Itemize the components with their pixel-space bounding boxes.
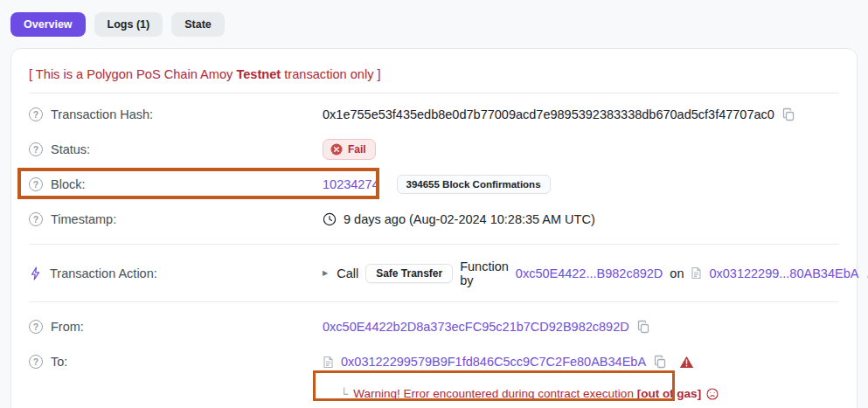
status-badge: Fail [323,139,376,160]
status-label: Status: [51,142,90,156]
from-label-group: ? From: [29,320,323,334]
tab-overview[interactable]: Overview [10,12,86,37]
expand-triangle-icon[interactable]: ▶ [323,269,328,277]
block-label: Block: [51,177,86,191]
copy-icon [653,355,667,369]
on-text: on [670,266,684,280]
row-status: ? Status: Fail [29,132,839,167]
copy-icon [636,320,650,334]
transaction-action-label-group: Transaction Action: [29,266,323,280]
banner-text-prefix: [ This is a Polygon PoS Chain Amoy [29,67,236,81]
execution-warning: └ Warning! Error encountered during cont… [340,379,839,408]
warning-text-bold: [out of gas] [637,387,702,400]
help-icon[interactable]: ? [29,212,43,226]
banner-text-bold: Testnet [236,67,281,81]
help-icon[interactable]: ? [29,142,43,156]
copy-hash-button[interactable] [781,107,795,121]
transaction-overview-card: [ This is a Polygon PoS Chain Amoy Testn… [10,48,858,408]
contract-file-icon [691,266,702,280]
to-address-link[interactable]: 0x03122299579B9F1fd846C5cc9C7C2Fe80AB34E… [341,355,646,369]
banner-text-suffix: transaction only ] [281,67,380,81]
action-call-text: Call [337,266,358,280]
help-icon[interactable]: ? [29,320,43,334]
warning-text-prefix: Warning! Error encountered during contra… [353,387,636,400]
lightning-icon [29,266,42,280]
to-label: To: [51,355,67,369]
transaction-hash-label: Transaction Hash: [51,107,153,121]
transaction-action-label: Transaction Action: [50,266,157,280]
transaction-hash-value: 0x1e755e53f435edb8e0d7b77009acd7e9895392… [323,107,774,121]
copy-from-address-button[interactable] [636,320,650,334]
block-label-group: ? Block: [29,177,323,191]
frown-face-icon [706,388,719,400]
copy-to-address-button[interactable] [653,355,667,369]
row-from: ? From: 0xc50E4422b2D8a373ecFC95c21b7CD9… [29,309,839,344]
row-transaction-hash: ? Transaction Hash: 0x1e755e53f435edb8e0… [29,97,839,132]
tab-logs[interactable]: Logs (1) [94,12,163,37]
method-badge: Safe Transfer [365,264,453,283]
timestamp-value: 9 days ago (Aug-02-2024 10:28:35 AM UTC) [344,212,595,226]
tab-bar: Overview Logs (1) State [0,0,868,37]
warning-triangle-icon [679,356,694,369]
status-label-group: ? Status: [29,142,323,156]
row-timestamp: ? Timestamp: 9 days ago (Aug-02-2024 10:… [29,202,839,237]
timestamp-label-group: ? Timestamp: [29,212,323,226]
action-to-address-link[interactable]: 0x03122299...80AB34EbA [709,266,858,280]
function-by-text: Function by [460,259,509,287]
copy-icon [781,107,795,121]
testnet-banner: [ This is a Polygon PoS Chain Amoy Testn… [29,49,839,93]
help-icon[interactable]: ? [29,355,43,369]
block-confirmations-badge: 394655 Block Confirmations [397,175,551,194]
contract-file-icon [323,356,334,369]
timestamp-label: Timestamp: [51,212,116,226]
clock-icon [323,212,337,226]
status-badge-text: Fail [348,143,366,156]
corner-connector-icon: └ [340,387,348,400]
from-label: From: [51,320,84,334]
from-address-link[interactable]: 0xc50E4422b2D8a373ecFC95c21b7CD92B982c89… [323,320,629,334]
divider [29,301,839,302]
transaction-hash-label-group: ? Transaction Hash: [29,107,323,121]
tab-state[interactable]: State [171,12,225,37]
action-from-address-link[interactable]: 0xc50E4422...B982c892D [516,266,663,280]
row-block: ? Block: 10234274 394655 Block Confirmat… [29,167,839,202]
row-to: ? To: 0x03122299579B9F1fd846C5cc9C7C2Fe8… [29,344,839,379]
fail-circle-icon [330,143,343,156]
help-icon[interactable]: ? [29,177,43,191]
block-number-link[interactable]: 10234274 [323,177,379,191]
to-label-group: ? To: [29,355,323,369]
help-icon[interactable]: ? [29,107,43,121]
execution-warning-text: Warning! Error encountered during contra… [353,387,701,400]
row-transaction-action: Transaction Action: ▶ Call Safe Transfer… [29,245,839,301]
